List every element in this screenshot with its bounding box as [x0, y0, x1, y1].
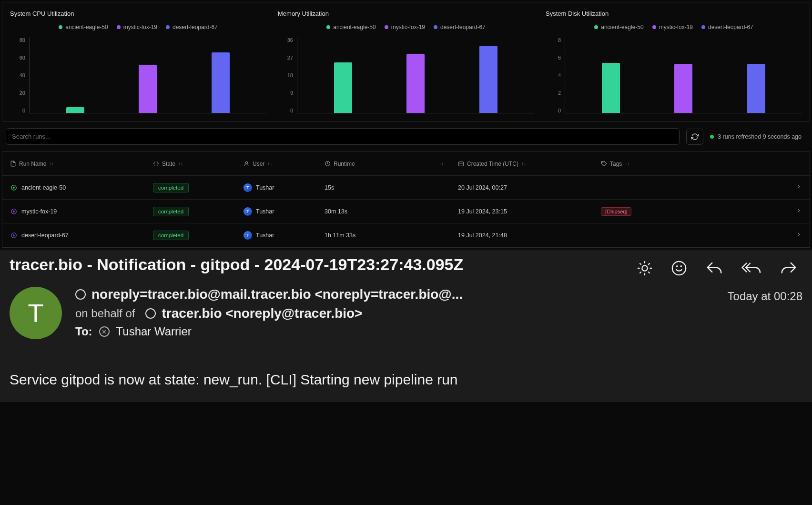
y-tick: 8 [558, 37, 561, 43]
table-row[interactable]: ancient-eagle-50completedTTushar15s20 Ju… [2, 176, 810, 200]
runtime-cell: 1h 11m 33s [325, 232, 458, 239]
y-tick: 9 [290, 90, 293, 96]
chart-bar[interactable] [139, 65, 157, 113]
run-name: desert-leopard-67 [21, 232, 69, 239]
legend-label: ancient-eagle-50 [65, 24, 108, 30]
reply-button[interactable] [705, 261, 723, 275]
react-button[interactable] [671, 260, 687, 276]
legend-item[interactable]: ancient-eagle-50 [59, 24, 108, 30]
refresh-status-text: 3 runs refreshed 9 seconds ago [718, 133, 802, 140]
presence-icon [75, 289, 86, 300]
chart-bar[interactable] [602, 63, 620, 113]
y-axis: 86420 [546, 37, 565, 113]
smiley-icon [671, 260, 687, 276]
y-tick: 36 [287, 37, 293, 43]
legend-item[interactable]: mystic-fox-19 [652, 24, 693, 30]
email-pane: tracer.bio - Notification - gitpod - 202… [0, 250, 812, 402]
chart-bar[interactable] [479, 46, 497, 113]
chart-bar[interactable] [674, 64, 692, 113]
chevron-right-icon [795, 231, 802, 238]
user-name: Tushar [256, 184, 274, 191]
reply-icon [705, 261, 723, 275]
col-run-name[interactable]: Run Name ↑↓ [10, 161, 153, 167]
bars-area [29, 37, 266, 113]
legend-dot-icon [434, 25, 437, 29]
legend-item[interactable]: mystic-fox-19 [117, 24, 157, 30]
y-tick: 4 [558, 72, 561, 78]
tag-chip[interactable]: [Chipseq] [601, 207, 631, 216]
reply-all-button[interactable] [741, 261, 761, 275]
chevron-right-icon [795, 183, 802, 190]
expand-row-button[interactable] [778, 231, 802, 239]
refresh-button[interactable] [686, 129, 703, 145]
sort-icon: ↑↓ [267, 161, 272, 166]
legend-label: desert-leopard-67 [708, 24, 753, 30]
legend-label: desert-leopard-67 [440, 24, 486, 30]
state-badge: completed [153, 183, 189, 192]
chart-body: 86420 [546, 37, 802, 113]
sparkle-icon [153, 161, 159, 167]
y-axis: 36271890 [278, 37, 297, 113]
chart-panel: Memory Utilizationancient-eagle-50mystic… [272, 6, 540, 117]
expand-row-button[interactable] [778, 207, 802, 215]
user-icon [244, 161, 250, 167]
runtime-cell: 30m 13s [325, 208, 458, 215]
sort-icon: ↑↓ [439, 161, 458, 166]
col-tags[interactable]: Tags ↑↓ [601, 161, 778, 167]
created-cell: 20 Jul 2024, 00:27 [458, 184, 601, 191]
search-input[interactable] [6, 128, 680, 145]
forward-button[interactable] [780, 261, 798, 275]
chart-bar[interactable] [212, 52, 230, 113]
bars-area [565, 37, 802, 113]
legend-dot-icon [652, 25, 656, 29]
svg-point-7 [642, 265, 647, 271]
refresh-status: 3 runs refreshed 9 seconds ago [710, 133, 806, 140]
table-row[interactable]: desert-leopard-67completedTTushar1h 11m … [2, 223, 810, 247]
svg-point-10 [681, 266, 681, 266]
col-created[interactable]: Created Time (UTC) ↑↓ [458, 161, 601, 167]
col-user[interactable]: User ↑↓ [244, 161, 325, 167]
chart-bar[interactable] [747, 64, 765, 113]
chart-legend: ancient-eagle-50mystic-fox-19desert-leop… [546, 24, 802, 30]
legend-dot-icon [701, 25, 705, 29]
y-tick: 2 [558, 90, 561, 96]
table-row[interactable]: mystic-fox-19completedTTushar30m 13s19 J… [2, 200, 810, 223]
sender-block: noreply=tracer.bio@mail.tracer.bio <nore… [75, 287, 714, 338]
legend-item[interactable]: mystic-fox-19 [385, 24, 425, 30]
svg-point-8 [672, 262, 686, 275]
email-timestamp: Today at 00:28 [728, 287, 802, 303]
table-header: Run Name ↑↓ State ↑↓ User ↑↓ Runtime ↑↓ … [2, 152, 810, 176]
legend-item[interactable]: desert-leopard-67 [434, 24, 486, 30]
legend-item[interactable]: desert-leopard-67 [701, 24, 753, 30]
expand-row-button[interactable] [778, 183, 802, 192]
remove-recipient-icon[interactable]: ✕ [99, 326, 110, 337]
chart-bar[interactable] [406, 54, 425, 113]
chart-bar[interactable] [66, 107, 84, 113]
behalf-line: on behalf of tracer.bio <noreply@tracer.… [75, 306, 714, 321]
legend-item[interactable]: desert-leopard-67 [166, 24, 218, 30]
col-runtime[interactable]: Runtime ↑↓ [325, 161, 458, 167]
user-name: Tushar [256, 232, 274, 239]
svg-rect-2 [459, 162, 464, 166]
created-cell: 19 Jul 2024, 23:15 [458, 208, 601, 215]
user-avatar-icon: T [244, 231, 252, 240]
search-row: 3 runs refreshed 9 seconds ago [2, 123, 810, 150]
legend-item[interactable]: ancient-eagle-50 [594, 24, 643, 30]
brightness-button[interactable] [637, 260, 653, 276]
reply-all-icon [741, 261, 761, 275]
legend-dot-icon [117, 25, 121, 29]
legend-dot-icon [326, 25, 330, 29]
charts-row: System CPU Utilizationancient-eagle-50my… [2, 2, 810, 121]
chart-title: System Disk Utilization [546, 10, 802, 17]
sort-icon: ↑↓ [521, 161, 526, 166]
legend-item[interactable]: ancient-eagle-50 [326, 24, 376, 30]
legend-label: mystic-fox-19 [123, 24, 157, 30]
document-icon [10, 161, 16, 167]
to-line: To: ✕ Tushar Warrier [75, 325, 714, 338]
chart-bar[interactable] [334, 62, 352, 113]
legend-label: mystic-fox-19 [391, 24, 425, 30]
created-cell: 19 Jul 2024, 21:48 [458, 232, 601, 239]
bars-area [297, 37, 534, 113]
col-state[interactable]: State ↑↓ [153, 161, 244, 167]
run-status-icon [10, 184, 18, 192]
